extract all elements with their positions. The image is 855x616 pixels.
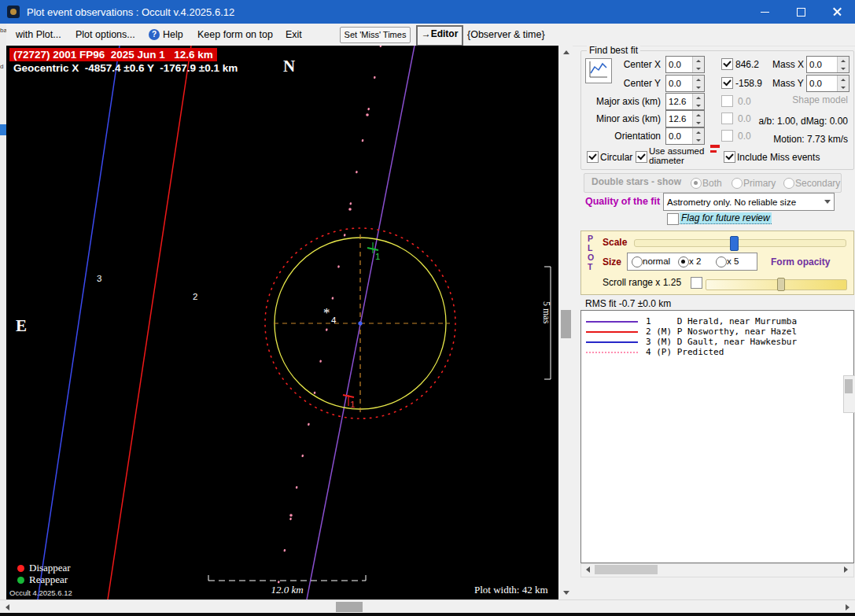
spin-up-icon[interactable] [838, 76, 849, 83]
circular-checkbox[interactable] [587, 151, 599, 163]
list-row[interactable]: 4 (P) Predicted [646, 347, 724, 357]
major-axis-fit-checkbox[interactable] [721, 95, 733, 107]
include-miss-label: Include Miss events [737, 152, 820, 163]
scroll-left-icon[interactable] [581, 564, 594, 575]
spin-up-icon[interactable] [693, 57, 704, 65]
plot-canvas[interactable] [6, 46, 558, 599]
scrollbar-thumb[interactable] [845, 379, 853, 393]
scrollbar-thumb[interactable] [336, 602, 363, 612]
mass-y-value[interactable] [807, 76, 837, 91]
size-normal-radio[interactable] [632, 256, 643, 267]
mass-x-spinner[interactable] [806, 56, 849, 73]
list-row[interactable]: 3 (M) D Gault, near Hawkesbur [646, 337, 797, 347]
size-x5-radio[interactable] [716, 256, 727, 267]
scroll-range-checkbox[interactable] [691, 277, 702, 289]
opacity-slider-track[interactable] [706, 279, 847, 290]
orientation-fitted-value: 0.0 [738, 131, 751, 142]
double-primary-radio[interactable] [732, 178, 743, 189]
double-secondary-radio[interactable] [783, 178, 794, 189]
center-y-spinner[interactable] [665, 75, 705, 92]
scrollbar-thumb[interactable] [561, 310, 571, 338]
red-marker-icon [710, 145, 720, 148]
center-y-value[interactable] [666, 76, 692, 91]
center-x-fit-checkbox[interactable] [721, 58, 733, 70]
scroll-right-icon[interactable] [842, 601, 853, 613]
scale-slider-track[interactable] [634, 239, 846, 247]
double-both-radio[interactable] [691, 178, 702, 189]
minimize-button[interactable] [746, 0, 783, 24]
minor-axis-fit-checkbox[interactable] [721, 113, 733, 124]
fit-chart-button[interactable] [585, 58, 612, 83]
chord-2-line[interactable] [108, 46, 191, 599]
find-best-fit-title: Find best fit [587, 45, 640, 56]
spin-down-icon[interactable] [693, 83, 704, 91]
spin-up-icon[interactable] [693, 94, 704, 101]
size-label: Size [603, 256, 621, 267]
spin-down-icon[interactable] [693, 101, 704, 109]
scroll-up-icon[interactable] [559, 46, 573, 59]
menu-plot-options[interactable]: Plot options... [76, 29, 135, 40]
menu-with-plot[interactable]: with Plot... [16, 29, 61, 40]
orientation-value[interactable] [666, 128, 692, 144]
close-button[interactable] [819, 0, 855, 24]
list-horizontal-scrollbar[interactable] [580, 563, 854, 577]
editor-button[interactable]: →Editor [416, 25, 463, 46]
spin-down-icon[interactable] [693, 119, 704, 127]
quality-combobox[interactable]: Astrometry only. No reliable size [663, 193, 835, 211]
center-x-value[interactable] [666, 57, 692, 72]
center-x-spinner[interactable] [665, 56, 705, 73]
red-marker-icon-2 [710, 150, 717, 153]
minor-axis-value[interactable] [666, 111, 692, 127]
center-y-fit-checkbox[interactable] [721, 77, 733, 89]
edge-scrollbar-fragment[interactable] [843, 375, 855, 413]
spin-up-icon[interactable] [693, 111, 704, 119]
set-miss-times-button[interactable]: Set 'Miss' Times [340, 27, 411, 43]
form-opacity-label[interactable]: Form opacity [771, 256, 830, 267]
scroll-left-icon[interactable] [2, 601, 13, 613]
plot-area[interactable]: (72727) 2001 FP96 2025 Jun 1 12.6 km Geo… [6, 46, 558, 599]
window-horizontal-scrollbar[interactable] [0, 599, 855, 614]
maximize-button[interactable] [783, 0, 819, 24]
chord-1-bottom-label: 1 [350, 400, 355, 409]
spin-up-icon[interactable] [693, 76, 704, 83]
list-row[interactable]: 1 D Herald, near Murrumba [646, 316, 797, 326]
include-miss-checkbox[interactable] [724, 151, 735, 163]
scrollbar-thumb[interactable] [595, 565, 658, 574]
flag-review-label: Flag for future review [680, 212, 772, 224]
mas-label: 5 mas [540, 301, 552, 323]
list-row[interactable]: 2 (M) P Nosworthy, near Hazel [646, 326, 797, 337]
orientation-spinner[interactable] [665, 127, 705, 145]
use-assumed-checkbox[interactable] [636, 151, 647, 163]
opacity-slider-thumb[interactable] [777, 278, 785, 291]
edge-text-fragment: ba [0, 27, 6, 34]
spin-down-icon[interactable] [693, 136, 704, 144]
orientation-fit-checkbox[interactable] [721, 130, 733, 142]
spin-up-icon[interactable] [838, 57, 849, 65]
spin-up-icon[interactable] [693, 128, 704, 136]
spin-down-icon[interactable] [693, 65, 704, 72]
scale-slider-thumb[interactable] [730, 236, 739, 251]
menu-keep-on-top[interactable]: Keep form on top [197, 29, 273, 40]
scroll-down-icon[interactable] [559, 586, 573, 599]
menu-exit[interactable]: Exit [286, 29, 302, 40]
size-x2-radio[interactable] [678, 256, 689, 267]
double-both-label: Both [702, 178, 722, 189]
quality-label: Quality of the fit [585, 196, 660, 207]
minor-axis-spinner[interactable] [665, 110, 705, 127]
plot-vertical-scrollbar[interactable] [559, 46, 573, 599]
dropdown-arrow-icon[interactable] [821, 194, 834, 210]
spin-down-icon[interactable] [838, 83, 849, 91]
double-stars-title: Double stars - show [591, 176, 681, 187]
major-axis-spinner[interactable] [665, 93, 705, 110]
menu-help[interactable]: Help [163, 29, 183, 40]
scroll-right-icon[interactable] [839, 564, 852, 575]
title-bar[interactable]: Plot event observations : Occult v.4.202… [0, 0, 855, 24]
flag-review-checkbox[interactable] [667, 213, 679, 225]
mass-y-spinner[interactable] [806, 75, 849, 92]
chord-3-line[interactable] [38, 46, 120, 599]
observations-list[interactable]: 1 D Herald, near Murrumba 2 (M) P Noswor… [580, 310, 854, 563]
mass-x-value[interactable] [807, 57, 837, 72]
spin-down-icon[interactable] [838, 65, 849, 72]
observer-time-label[interactable]: {Observer & time} [467, 29, 545, 40]
major-axis-value[interactable] [666, 94, 692, 109]
